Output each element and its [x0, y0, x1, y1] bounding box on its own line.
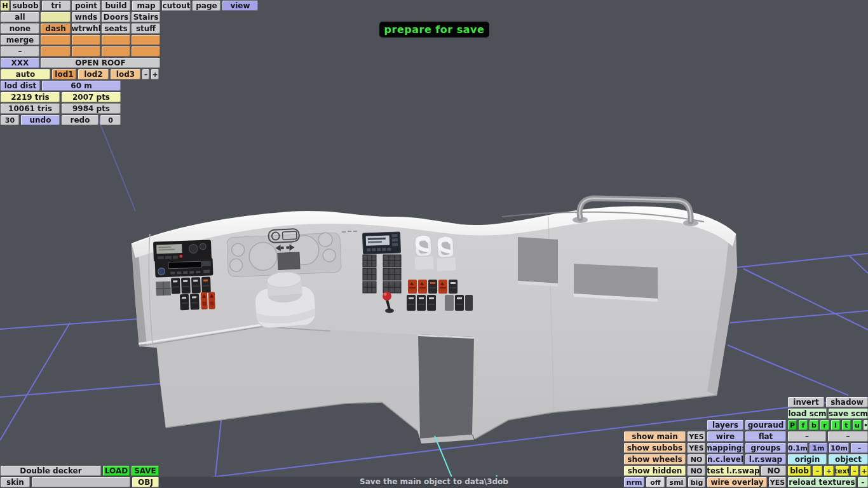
btn-load-scm[interactable]: load scm	[788, 409, 827, 419]
model-name[interactable]: Double decker	[1, 466, 101, 476]
show-main-value[interactable]: YES	[688, 431, 705, 442]
btn-off[interactable]: off	[646, 477, 665, 487]
slot-4[interactable]	[132, 35, 160, 45]
btn-save-scm[interactable]: save scm	[829, 409, 868, 419]
btn-skin[interactable]: skin	[1, 477, 30, 487]
btn-save[interactable]: SAVE	[132, 466, 159, 476]
btn-sml[interactable]: sml	[667, 477, 686, 487]
btn-mappings[interactable]: mappings	[707, 443, 743, 453]
show-wheels-value[interactable]: NO	[688, 454, 705, 464]
test-lr-swap-value[interactable]: NO	[761, 466, 786, 476]
btn-axis-t[interactable]: t	[842, 420, 851, 430]
tab-subob[interactable]: subob	[11, 1, 40, 11]
btn-xxx[interactable]: XXX	[1, 58, 39, 68]
btn-undo[interactable]: undo	[21, 115, 60, 125]
btn-flat[interactable]: flat	[745, 431, 786, 442]
btn-lod-minus[interactable]: –	[142, 69, 149, 79]
btn-axis-l[interactable]: l	[831, 420, 840, 430]
btn-axis-b[interactable]: b	[810, 420, 818, 430]
tab-view[interactable]: view	[222, 1, 258, 11]
btn-axis-r[interactable]: r	[820, 420, 829, 430]
btn-grid-minus[interactable]: –	[851, 443, 868, 453]
stat-total-tris[interactable]: 10061 tris	[1, 104, 60, 114]
btn-grid-1m[interactable]: 1m	[810, 443, 827, 453]
btn-layers[interactable]: layers	[707, 420, 743, 430]
btn-grid-10m[interactable]: 10m	[829, 443, 849, 453]
btn-big[interactable]: big	[688, 477, 705, 487]
btn-redo[interactable]: redo	[62, 115, 98, 125]
lod-dist-label[interactable]: lod dist	[1, 81, 40, 91]
btn-nrm[interactable]: nrm	[624, 477, 644, 487]
btn-show-subobs[interactable]: show subobs	[624, 443, 686, 453]
lod-dist-value[interactable]: 60 m	[42, 81, 121, 91]
btn-minus-row[interactable]: –	[1, 46, 39, 57]
undo-count[interactable]: 30	[1, 115, 19, 125]
slot-empty[interactable]	[41, 12, 71, 22]
tab-point[interactable]: point	[72, 1, 100, 11]
tab-tri[interactable]: tri	[42, 1, 71, 11]
btn-reload-textures[interactable]: reload textures	[788, 477, 856, 487]
btn-show-wheels[interactable]: show wheels	[624, 454, 686, 464]
btn-lod-plus[interactable]: +	[151, 69, 159, 79]
btn-merge[interactable]: merge	[1, 35, 39, 45]
btn-lr-swap[interactable]: l.r.swap	[745, 454, 786, 464]
stat-lod-pts[interactable]: 2007 pts	[62, 92, 121, 102]
stat-total-pts[interactable]: 9984 pts	[62, 104, 121, 114]
btn-grid-01m[interactable]: 0.1m	[788, 443, 808, 453]
btn-test-lr-swap[interactable]: test l.r.swap	[707, 466, 759, 476]
btn-text-minus[interactable]: –	[851, 466, 858, 476]
show-hidden-value[interactable]: NO	[688, 466, 705, 476]
btn-axis-dot[interactable]: •	[864, 420, 868, 430]
btn-origin[interactable]: origin	[788, 454, 827, 464]
btn-blob-minus[interactable]: –	[813, 466, 822, 476]
btn-lod3[interactable]: lod3	[111, 69, 140, 79]
btn-axis-p[interactable]: P	[788, 420, 797, 430]
btn-wtrwhl[interactable]: wtrwhl	[72, 24, 100, 34]
btn-obj[interactable]: OBJ	[132, 477, 159, 487]
btn-show-hidden[interactable]: show hidden	[624, 466, 686, 476]
tab-cutout[interactable]: cutout	[162, 1, 191, 11]
btn-lod2[interactable]: lod2	[78, 69, 109, 79]
redo-count[interactable]: 0	[100, 115, 121, 125]
slot-1[interactable]	[41, 35, 71, 45]
skin-field[interactable]	[32, 477, 130, 487]
btn-stuff[interactable]: stuff	[132, 24, 160, 34]
btn-text[interactable]: text	[836, 466, 849, 476]
btn-nc-level[interactable]: n.c.level	[707, 454, 743, 464]
tab-build[interactable]: build	[102, 1, 130, 11]
stat-lod-tris[interactable]: 2219 tris	[1, 92, 60, 102]
btn-all[interactable]: all	[1, 12, 39, 22]
btn-open-roof[interactable]: OPEN ROOF	[41, 58, 160, 68]
btn-gouraud[interactable]: gouraud	[745, 420, 786, 430]
btn-wire[interactable]: wire	[707, 431, 743, 442]
menu-h[interactable]: H	[1, 1, 10, 11]
btn-blob[interactable]: blob	[788, 466, 811, 476]
btn-doors[interactable]: Doors	[102, 12, 130, 22]
btn-auto[interactable]: auto	[1, 69, 50, 79]
btn-dash-2[interactable]: –	[828, 431, 868, 442]
btn-axis-f[interactable]: f	[799, 420, 808, 430]
btn-show-main[interactable]: show main	[624, 431, 686, 442]
btn-stairs[interactable]: Stairs	[132, 12, 160, 22]
tab-page[interactable]: page	[193, 1, 220, 11]
slot-8[interactable]	[132, 46, 160, 57]
tab-map[interactable]: map	[132, 1, 160, 11]
btn-text-plus[interactable]: +	[860, 466, 868, 476]
btn-blob-plus[interactable]: +	[824, 466, 834, 476]
slot-7[interactable]	[102, 46, 130, 57]
btn-lod1[interactable]: lod1	[52, 69, 76, 79]
slot-3[interactable]	[102, 35, 130, 45]
slot-6[interactable]	[72, 46, 100, 57]
btn-shadow[interactable]: shadow	[826, 397, 868, 407]
btn-seats[interactable]: seats	[102, 24, 130, 34]
btn-dash[interactable]: dash	[41, 24, 71, 34]
btn-invert[interactable]: invert	[788, 397, 824, 407]
btn-wnds[interactable]: wnds	[72, 12, 100, 22]
btn-none[interactable]: none	[1, 24, 39, 34]
btn-reload-minus[interactable]: –	[858, 477, 868, 487]
btn-dash-1[interactable]: –	[788, 431, 826, 442]
slot-5[interactable]	[41, 46, 71, 57]
btn-axis-u[interactable]: u	[853, 420, 862, 430]
btn-wire-overlay[interactable]: wire overlay	[707, 477, 767, 487]
show-subobs-value[interactable]: YES	[688, 443, 705, 453]
